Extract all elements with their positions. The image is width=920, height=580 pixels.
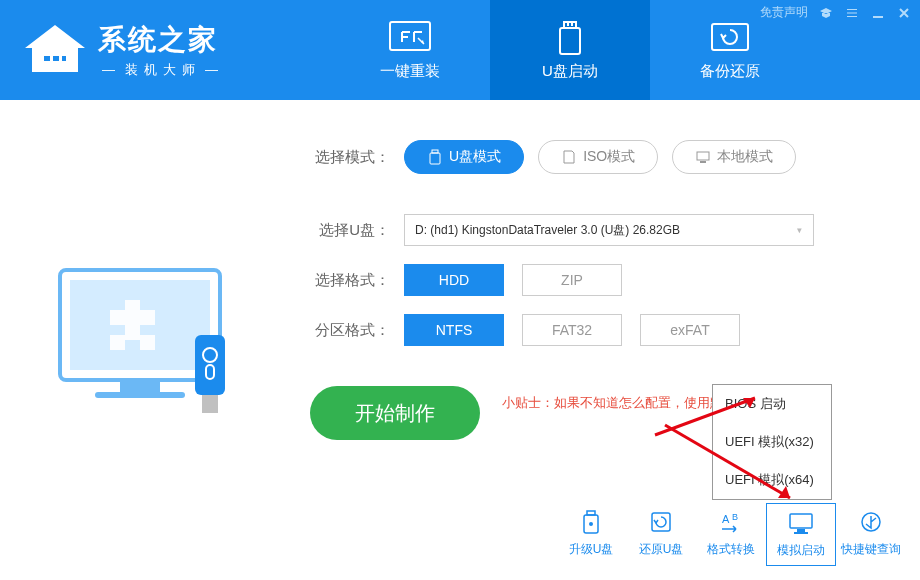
logo-area: 系统之家 装机大师	[0, 20, 330, 80]
content: 选择模式： U盘模式 ISO模式 本地模式 选择U盘： D: (hd1) Kin…	[300, 100, 920, 580]
graduation-icon[interactable]	[818, 5, 834, 21]
mode-local-label: 本地模式	[717, 148, 773, 166]
svg-rect-13	[95, 392, 185, 398]
svg-rect-31	[797, 529, 805, 532]
usb-small-icon	[427, 149, 443, 165]
logo-subtitle: 装机大师	[98, 61, 228, 79]
label-select-mode: 选择模式：	[310, 148, 390, 167]
upgrade-usb-icon	[576, 509, 606, 535]
start-button[interactable]: 开始制作	[310, 386, 480, 440]
format-hdd-button[interactable]: HDD	[404, 264, 504, 296]
titlebar: 免责声明	[760, 4, 912, 21]
svg-rect-7	[571, 23, 573, 26]
simulate-icon	[786, 510, 816, 536]
usb-boot-icon	[548, 20, 592, 56]
svg-rect-5	[560, 28, 580, 54]
svg-rect-3	[390, 22, 430, 50]
convert-icon: AB	[716, 509, 746, 535]
row-partition: 分区格式： NTFS FAT32 exFAT	[310, 314, 890, 346]
illustration	[0, 100, 300, 580]
svg-rect-21	[700, 161, 706, 163]
iso-small-icon	[561, 149, 577, 165]
logo-title: 系统之家	[98, 21, 228, 59]
svg-point-26	[589, 522, 593, 526]
mode-iso-button[interactable]: ISO模式	[538, 140, 658, 174]
svg-rect-6	[567, 23, 569, 26]
popup-uefi32[interactable]: UEFI 模拟(x32)	[713, 423, 831, 461]
settings-icon[interactable]	[844, 5, 860, 21]
usb-device-value: D: (hd1) KingstonDataTraveler 3.0 (U盘) 2…	[415, 222, 680, 239]
svg-rect-9	[873, 16, 883, 18]
svg-rect-1	[53, 56, 59, 61]
tool-convert-label: 格式转换	[707, 541, 755, 558]
svg-rect-32	[794, 532, 808, 534]
format-zip-button[interactable]: ZIP	[522, 264, 622, 296]
minimize-button[interactable]	[870, 5, 886, 21]
tab-reinstall-label: 一键重装	[380, 62, 440, 81]
svg-rect-2	[62, 56, 66, 61]
svg-rect-0	[44, 56, 50, 61]
tab-usb-boot[interactable]: U盘启动	[490, 0, 650, 100]
bottom-tools: 升级U盘 还原U盘 AB 格式转换 模拟启动 快捷键查询	[556, 503, 906, 566]
restore-usb-icon	[646, 509, 676, 535]
local-small-icon	[695, 149, 711, 165]
tool-shortcut[interactable]: 快捷键查询	[836, 503, 906, 566]
label-select-usb: 选择U盘：	[310, 221, 390, 240]
tool-restore[interactable]: 还原U盘	[626, 503, 696, 566]
tab-usb-boot-label: U盘启动	[542, 62, 598, 81]
svg-text:A: A	[722, 513, 730, 525]
label-partition-format: 分区格式：	[310, 321, 390, 340]
svg-rect-8	[712, 24, 748, 50]
row-format: 选择格式： HDD ZIP	[310, 264, 890, 296]
svg-rect-30	[790, 514, 812, 528]
svg-text:B: B	[732, 512, 738, 522]
tab-reinstall[interactable]: 一键重装	[330, 0, 490, 100]
label-select-format: 选择格式：	[310, 271, 390, 290]
header: 系统之家 装机大师 一键重装 U盘启动 备份还原 免责声明	[0, 0, 920, 100]
logo-house-icon	[20, 20, 90, 80]
tool-upgrade-label: 升级U盘	[569, 541, 614, 558]
tool-upgrade[interactable]: 升级U盘	[556, 503, 626, 566]
tab-backup-label: 备份还原	[700, 62, 760, 81]
mode-iso-label: ISO模式	[583, 148, 635, 166]
partition-fat32-button[interactable]: FAT32	[522, 314, 622, 346]
svg-rect-12	[120, 380, 160, 392]
main: 选择模式： U盘模式 ISO模式 本地模式 选择U盘： D: (hd1) Kin…	[0, 100, 920, 580]
tool-simulate-label: 模拟启动	[777, 542, 825, 559]
popup-uefi64[interactable]: UEFI 模拟(x64)	[713, 461, 831, 499]
reinstall-icon	[388, 20, 432, 56]
mode-usb-label: U盘模式	[449, 148, 501, 166]
disclaimer-link[interactable]: 免责声明	[760, 4, 808, 21]
backup-icon	[708, 20, 752, 56]
svg-rect-15	[202, 395, 218, 413]
nav-tabs: 一键重装 U盘启动 备份还原	[330, 0, 810, 100]
shortcut-icon	[856, 509, 886, 535]
tool-convert[interactable]: AB 格式转换	[696, 503, 766, 566]
mode-local-button[interactable]: 本地模式	[672, 140, 796, 174]
row-mode: 选择模式： U盘模式 ISO模式 本地模式	[310, 140, 890, 174]
tool-simulate[interactable]: 模拟启动	[766, 503, 836, 566]
svg-rect-20	[697, 152, 709, 160]
tool-shortcut-label: 快捷键查询	[841, 541, 901, 558]
close-button[interactable]	[896, 5, 912, 21]
mode-usb-button[interactable]: U盘模式	[404, 140, 524, 174]
partition-ntfs-button[interactable]: NTFS	[404, 314, 504, 346]
tool-restore-label: 还原U盘	[639, 541, 684, 558]
popup-bios[interactable]: BIOS 启动	[713, 385, 831, 423]
usb-device-select[interactable]: D: (hd1) KingstonDataTraveler 3.0 (U盘) 2…	[404, 214, 814, 246]
svg-rect-19	[430, 153, 440, 164]
row-usb: 选择U盘： D: (hd1) KingstonDataTraveler 3.0 …	[310, 214, 890, 246]
simulate-popup: BIOS 启动 UEFI 模拟(x32) UEFI 模拟(x64)	[712, 384, 832, 500]
partition-exfat-button[interactable]: exFAT	[640, 314, 740, 346]
